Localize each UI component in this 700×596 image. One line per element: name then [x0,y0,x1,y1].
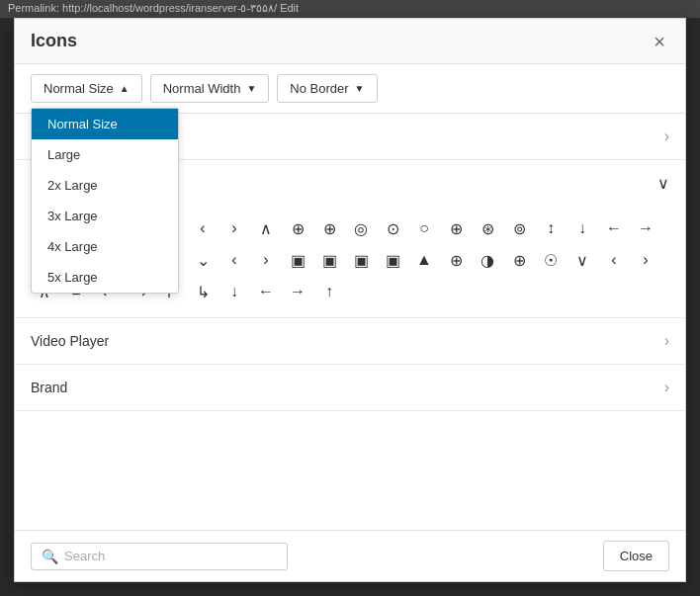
section-video-player[interactable]: Video Player › [15,318,685,365]
icon-circle-ring[interactable]: ⊛ [474,214,501,242]
section-brand[interactable]: Brand › [15,365,685,411]
icon-indent-left[interactable]: ▣ [284,246,311,274]
icon-circle-arrow-left[interactable]: ⊙ [379,214,406,242]
modal-close-button[interactable]: × [650,32,669,51]
icon-caret-right[interactable]: › [632,246,659,274]
icon-refresh[interactable]: ⊕ [505,246,533,274]
icon-angle-left[interactable]: ‹ [189,214,217,242]
footer-close-button[interactable]: Close [603,541,669,571]
modal-footer: 🔍 Close [15,530,685,581]
modal-backdrop: Permalink: http://localhost/wordpress/ir… [0,0,700,596]
icon-arrow-right-b[interactable]: → [284,278,311,305]
icon-circle-arrow-up[interactable]: ⊕ [284,214,311,242]
icon-circle-swap[interactable]: ⊚ [505,214,533,242]
directional-chevron-icon: ∨ [657,174,669,193]
icon-chevron-right-sm[interactable]: › [252,246,280,274]
icon-arrow-left[interactable]: ← [600,214,628,242]
search-input[interactable] [64,549,277,563]
size-option-normal[interactable]: Normal Size [32,109,178,139]
search-icon: 🔍 [42,549,58,564]
icon-sun[interactable]: ☉ [537,246,565,274]
icon-circle-thin[interactable]: ⊕ [442,246,470,274]
size-label: Normal Size [44,81,114,96]
width-dropdown-button[interactable]: Normal Width ▼ [150,74,270,103]
size-option-4xlarge[interactable]: 4x Large [32,231,178,262]
top-bar: Permalink: http://localhost/wordpress/ir… [0,0,700,18]
top-bar-text: Permalink: http://localhost/wordpress/ir… [8,2,299,14]
section-video-player-label: Video Player [31,333,109,349]
border-arrow-icon: ▼ [355,83,365,94]
size-option-5xlarge[interactable]: 5x Large [32,262,178,293]
size-arrow-icon: ▲ [120,83,130,94]
icon-indent-right[interactable]: ▣ [315,246,343,274]
size-option-large[interactable]: Large [32,139,178,170]
icon-spin[interactable]: ◑ [474,246,501,274]
brand-chevron-icon: › [664,379,669,396]
icon-circle-plus[interactable]: ⊕ [442,214,470,242]
icon-circle-small[interactable]: ○ [410,214,438,242]
icon-upload[interactable]: ▲ [410,246,438,274]
icon-circle-arrow-right[interactable]: ⊕ [315,214,343,242]
icon-angle-up[interactable]: ∧ [252,214,280,242]
size-dropdown-menu: Normal Size Large 2x Large 3x Large 4x L… [31,108,179,294]
video-player-chevron-icon: › [664,332,669,350]
icon-align-right[interactable]: ▣ [379,246,406,274]
width-arrow-icon: ▼ [246,83,256,94]
modal-title: Icons [31,31,77,51]
icon-arrow-down-b[interactable]: ↓ [220,278,248,305]
icons-modal: Icons × Normal Size ▲ Normal Width ▼ No … [14,18,686,582]
border-dropdown-button[interactable]: No Border ▼ [277,74,377,103]
icon-arrow-up-down[interactable]: ↕ [537,214,565,242]
size-dropdown-button[interactable]: Normal Size ▲ [31,74,142,103]
border-label: No Border [290,81,348,96]
text-editor-chevron-icon: › [664,128,669,145]
icon-arrow-down[interactable]: ↓ [569,214,596,242]
icon-level-down[interactable]: ↳ [189,278,217,305]
icon-arrow-up-b[interactable]: ↑ [315,278,343,305]
icon-caret-left[interactable]: ‹ [600,246,628,274]
icon-chevron-down[interactable]: ⌄ [189,246,217,274]
icon-align-left[interactable]: ▣ [347,246,375,274]
icon-chevron-left-sm[interactable]: ‹ [220,246,248,274]
search-wrap: 🔍 [31,543,288,570]
icon-arrow-right[interactable]: → [632,214,659,242]
icon-caret-down[interactable]: ∨ [569,246,596,274]
width-label: Normal Width [163,81,241,96]
section-brand-label: Brand [31,380,67,395]
icon-circle-arrow-down[interactable]: ◎ [347,214,375,242]
size-option-2xlarge[interactable]: 2x Large [32,170,178,201]
icon-arrow-left-b[interactable]: ← [252,278,280,305]
modal-header: Icons × [15,19,685,64]
size-option-3xlarge[interactable]: 3x Large [32,201,178,231]
icon-angle-right[interactable]: › [220,214,248,242]
modal-toolbar: Normal Size ▲ Normal Width ▼ No Border ▼… [15,64,685,114]
